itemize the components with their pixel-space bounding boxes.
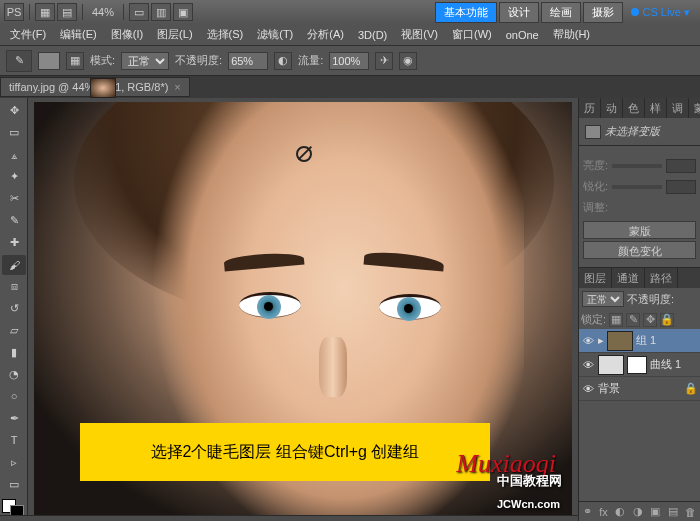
- expand-icon[interactable]: ▸: [598, 334, 604, 347]
- type-tool[interactable]: T: [2, 430, 26, 450]
- layer-curves-1[interactable]: 👁 曲线 1: [579, 353, 700, 377]
- mask-selection[interactable]: 未选择变版: [583, 122, 696, 141]
- brush-tool[interactable]: 🖌: [2, 255, 26, 275]
- menu-image[interactable]: 图像(I): [105, 25, 149, 44]
- stamp-tool[interactable]: ⧇: [2, 277, 26, 297]
- blur-tool[interactable]: ◔: [2, 364, 26, 384]
- bridge-icon[interactable]: ▦: [35, 3, 55, 21]
- menu-onone[interactable]: onOne: [500, 27, 545, 43]
- ps-logo[interactable]: PS: [4, 3, 24, 21]
- tab-channels[interactable]: 通道: [612, 268, 645, 288]
- tab-layers[interactable]: 图层: [579, 268, 612, 288]
- menu-edit[interactable]: 编辑(E): [54, 25, 103, 44]
- menu-help[interactable]: 帮助(H): [547, 25, 596, 44]
- shape-tool[interactable]: ▭: [2, 474, 26, 494]
- tab-actions[interactable]: 动作: [601, 98, 623, 118]
- view-extras-icon[interactable]: ▭: [129, 3, 149, 21]
- tablet-pressure-icon[interactable]: ◉: [399, 52, 417, 70]
- visibility-icon[interactable]: 👁: [581, 382, 595, 396]
- opacity-label: 不透明度:: [175, 53, 222, 68]
- move-tool[interactable]: ✥: [2, 101, 26, 121]
- layer-group-1[interactable]: 👁 ▸ 组 1: [579, 329, 700, 353]
- screen-mode-icon[interactable]: ▣: [173, 3, 193, 21]
- eraser-tool[interactable]: ▱: [2, 321, 26, 341]
- tab-mask[interactable]: 蒙: [689, 98, 700, 118]
- adj-btn-color[interactable]: 颜色变化: [583, 241, 696, 259]
- adj-add-icon[interactable]: ◑: [633, 505, 643, 518]
- current-tool-icon[interactable]: ✎: [6, 50, 32, 72]
- visibility-icon[interactable]: 👁: [581, 334, 595, 348]
- wand-tool[interactable]: ✦: [2, 167, 26, 187]
- lock-all-icon[interactable]: 🔒: [660, 313, 674, 327]
- layers-panel: 图层 通道 路径 正常 不透明度: 锁定: ▦ ✎ ✥ 🔒 👁 ▸ 组 1: [579, 267, 700, 521]
- tab-styles[interactable]: 样式: [645, 98, 667, 118]
- pen-tool[interactable]: ✒: [2, 408, 26, 428]
- group-add-icon[interactable]: ▣: [650, 505, 660, 518]
- mask-add-icon[interactable]: ◐: [615, 505, 625, 518]
- mask-thumb[interactable]: [627, 356, 647, 374]
- bg-thumb: [90, 78, 116, 98]
- menu-select[interactable]: 选择(S): [201, 25, 250, 44]
- path-tool[interactable]: ▹: [2, 452, 26, 472]
- menu-filter[interactable]: 滤镜(T): [251, 25, 299, 44]
- menu-window[interactable]: 窗口(W): [446, 25, 498, 44]
- dodge-tool[interactable]: ○: [2, 386, 26, 406]
- arrange-docs-icon[interactable]: ▥: [151, 3, 171, 21]
- lock-trans-icon[interactable]: ▦: [609, 313, 623, 327]
- minibridge-icon[interactable]: ▤: [57, 3, 77, 21]
- menu-layer[interactable]: 图层(L): [151, 25, 198, 44]
- blend-mode-select[interactable]: 正常: [121, 52, 169, 70]
- adj-slider-1[interactable]: [612, 164, 662, 168]
- workspace-basic[interactable]: 基本功能: [435, 2, 497, 23]
- layer-name: 曲线 1: [650, 357, 681, 372]
- close-tab-icon[interactable]: ×: [174, 81, 180, 93]
- lasso-tool[interactable]: ⟁: [2, 145, 26, 165]
- brush-panel-icon[interactable]: ▦: [66, 52, 84, 70]
- fx-icon[interactable]: fx: [599, 506, 608, 518]
- document-image: 选择2个睫毛图层 组合键Ctrl+g 创建组 Muxiaoqi 中国教程网 JC…: [34, 102, 572, 515]
- lock-pixel-icon[interactable]: ✎: [626, 313, 640, 327]
- layers-footer: ⚭ fx ◐ ◑ ▣ ▤ 🗑: [579, 501, 700, 521]
- tab-history[interactable]: 历史: [579, 98, 601, 118]
- tab-adjust[interactable]: 调整: [667, 98, 689, 118]
- adj-btn-mask[interactable]: 蒙版: [583, 221, 696, 239]
- history-brush-tool[interactable]: ↺: [2, 299, 26, 319]
- adj-value-1[interactable]: [666, 159, 696, 173]
- eyedropper-tool[interactable]: ✎: [2, 211, 26, 231]
- new-layer-icon[interactable]: ▤: [668, 505, 678, 518]
- menu-analysis[interactable]: 分析(A): [301, 25, 350, 44]
- layer-blend-select[interactable]: 正常: [582, 291, 624, 307]
- menubar: 文件(F) 编辑(E) 图像(I) 图层(L) 选择(S) 滤镜(T) 分析(A…: [0, 24, 700, 46]
- link-icon[interactable]: ⚭: [583, 505, 592, 518]
- menu-3d[interactable]: 3D(D): [352, 27, 393, 43]
- trash-icon[interactable]: 🗑: [685, 506, 696, 518]
- opacity-pressure-icon[interactable]: ◐: [274, 52, 292, 70]
- watermark: 中国教程网 JCWcn.com: [497, 472, 562, 513]
- workspace-photo[interactable]: 摄影: [583, 2, 623, 23]
- tab-swatches[interactable]: 色板: [623, 98, 645, 118]
- heal-tool[interactable]: ✚: [2, 233, 26, 253]
- layer-background[interactable]: 👁 背景 🔒: [579, 377, 700, 401]
- airbrush-icon[interactable]: ✈: [375, 52, 393, 70]
- visibility-icon[interactable]: 👁: [581, 358, 595, 372]
- crop-tool[interactable]: ✂: [2, 189, 26, 209]
- menu-file[interactable]: 文件(F): [4, 25, 52, 44]
- folder-icon: [607, 331, 633, 351]
- workspace-paint[interactable]: 绘画: [541, 2, 581, 23]
- gradient-tool[interactable]: ▮: [2, 342, 26, 362]
- adj-value-2[interactable]: [666, 180, 696, 194]
- flow-input[interactable]: [329, 52, 369, 70]
- cslive-menu[interactable]: CS Live ▾: [625, 6, 696, 19]
- brush-preset[interactable]: [38, 52, 60, 70]
- lock-pos-icon[interactable]: ✥: [643, 313, 657, 327]
- options-bar: ✎ ▦ 模式: 正常 不透明度: ◐ 流量: ✈ ◉: [0, 46, 700, 76]
- marquee-tool[interactable]: ▭: [2, 123, 26, 143]
- menu-view[interactable]: 视图(V): [395, 25, 444, 44]
- adj-slider-2[interactable]: [612, 185, 662, 189]
- tab-paths[interactable]: 路径: [645, 268, 678, 288]
- adj-label-1: 亮度:: [583, 158, 608, 173]
- opacity-input[interactable]: [228, 52, 268, 70]
- zoom-readout[interactable]: 44%: [88, 6, 118, 18]
- workspace-design[interactable]: 设计: [499, 2, 539, 23]
- canvas-area[interactable]: 选择2个睫毛图层 组合键Ctrl+g 创建组 Muxiaoqi 中国教程网 JC…: [28, 98, 578, 521]
